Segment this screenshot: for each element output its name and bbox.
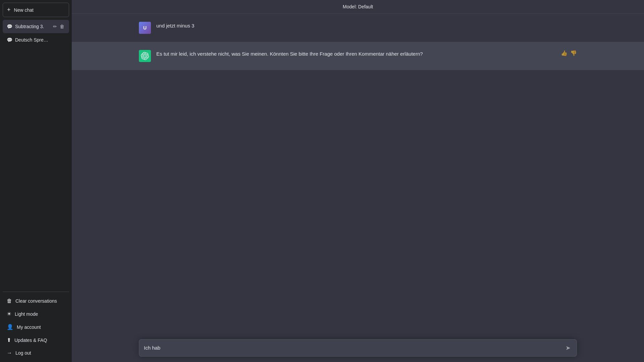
assistant-avatar [139, 50, 151, 62]
sun-icon: ☀ [7, 311, 11, 317]
plus-icon: + [7, 6, 11, 13]
chat-item-label-2: Deutsch Sprechen: Hilfe Angel [15, 37, 50, 43]
clear-conversations-label: Clear conversations [15, 298, 57, 304]
delete-chat-button-2[interactable]: 🗑 [59, 37, 65, 43]
logout-icon: → [7, 350, 12, 356]
my-account-label: My account [17, 324, 41, 330]
sidebar-bottom: 🗑 Clear conversations ☀ Light mode 👤 My … [3, 292, 69, 359]
sidebar-item-updates-faq[interactable]: ⬆ Updates & FAQ [3, 334, 69, 347]
sidebar-item-my-account[interactable]: 👤 My account [3, 320, 69, 334]
chat-list: 💬 Subtracting 3. ✏ 🗑 💬 Deutsch Sprechen:… [3, 20, 69, 292]
sidebar-item-light-mode[interactable]: ☀ Light mode [3, 307, 69, 320]
main-content: Model: Default U und jetzt minus 3 Es tu… [72, 0, 644, 362]
new-chat-button[interactable]: + New chat [3, 3, 69, 17]
chat-icon-2: 💬 [7, 37, 12, 43]
sidebar-item-deutsch-sprechen[interactable]: 💬 Deutsch Sprechen: Hilfe Angel ✏ 🗑 [3, 33, 69, 47]
chat-icon: 💬 [7, 24, 12, 29]
assistant-message-content: Es tut mir leid, ich verstehe nicht, was… [156, 50, 577, 58]
trash-icon: 🗑 [7, 298, 12, 304]
log-out-label: Log out [15, 350, 31, 356]
message-user: U und jetzt minus 3 [72, 14, 644, 42]
thumbs-down-button[interactable]: 👎 [570, 50, 577, 56]
user-avatar-placeholder: U [139, 22, 151, 34]
message-assistant: Es tut mir leid, ich verstehe nicht, was… [72, 42, 644, 70]
chat-area: U und jetzt minus 3 Es tut mir leid, ich… [72, 14, 644, 334]
updates-icon: ⬆ [7, 337, 11, 343]
user-avatar: U [139, 22, 151, 34]
send-icon: ➤ [566, 344, 571, 352]
chat-item-actions: ✏ 🗑 [52, 23, 65, 30]
new-chat-label: New chat [14, 7, 34, 13]
input-area: Ich hab ➤ [72, 334, 644, 362]
delete-chat-button[interactable]: 🗑 [59, 23, 65, 30]
light-mode-label: Light mode [15, 311, 38, 317]
chat-input[interactable]: Ich hab [144, 344, 564, 352]
edit-chat-button-2[interactable]: ✏ [52, 37, 58, 43]
updates-faq-label: Updates & FAQ [14, 338, 47, 343]
user-message-content: und jetzt minus 3 [156, 22, 577, 30]
main-header: Model: Default [72, 0, 644, 14]
account-icon: 👤 [7, 324, 13, 330]
sidebar: + New chat 💬 Subtracting 3. ✏ 🗑 💬 Deutsc… [0, 0, 72, 362]
openai-logo-icon [141, 52, 149, 60]
input-wrapper: Ich hab ➤ [139, 339, 577, 357]
sidebar-item-clear-conversations[interactable]: 🗑 Clear conversations [3, 295, 69, 307]
thumbs-up-button[interactable]: 👍 [561, 50, 568, 56]
model-label: Model: Default [343, 4, 373, 9]
chat-item-label: Subtracting 3. [15, 24, 50, 29]
edit-chat-button[interactable]: ✏ [52, 23, 58, 30]
sidebar-item-subtracting-3[interactable]: 💬 Subtracting 3. ✏ 🗑 [3, 20, 69, 33]
sidebar-item-log-out[interactable]: → Log out [3, 347, 69, 359]
message-feedback: 👍 👎 [561, 50, 577, 56]
send-button[interactable]: ➤ [564, 343, 572, 353]
